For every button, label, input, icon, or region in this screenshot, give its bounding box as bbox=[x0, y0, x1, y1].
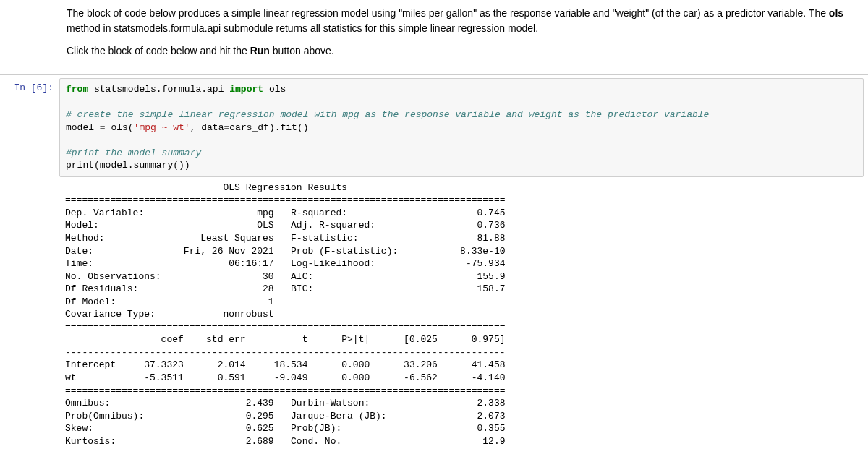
code-text: , data bbox=[190, 122, 224, 133]
text: button above. bbox=[270, 45, 334, 56]
bold-ols: ols bbox=[829, 7, 843, 19]
cell-divider bbox=[0, 74, 868, 75]
code-text: print(model.summary()) bbox=[66, 160, 190, 171]
code-string: 'mpg ~ wt' bbox=[134, 122, 190, 133]
text: Click the block of code below and hit th… bbox=[67, 45, 250, 56]
code-text: statsmodels.formula.api bbox=[88, 84, 229, 95]
output-text: OLS Regression Results =================… bbox=[59, 177, 864, 449]
code-text: ols bbox=[263, 84, 286, 95]
code-text: model bbox=[66, 122, 100, 133]
text: The block of code below produces a simpl… bbox=[67, 7, 829, 19]
text: method in statsmodels.formula.api submod… bbox=[67, 22, 538, 34]
code-comment: #print the model summary bbox=[66, 147, 201, 158]
code-comment: # create the simple linear regression mo… bbox=[66, 109, 709, 120]
code-text: cars_df).fit() bbox=[229, 122, 308, 133]
markdown-cell: The block of code below produces a simpl… bbox=[0, 0, 868, 74]
output-prompt bbox=[0, 177, 59, 449]
input-prompt: In [6]: bbox=[0, 78, 59, 177]
code-cell[interactable]: In [6]: from statsmodels.formula.api imp… bbox=[0, 78, 868, 177]
code-input-area[interactable]: from statsmodels.formula.api import ols … bbox=[59, 78, 864, 177]
markdown-paragraph-2: Click the block of code below and hit th… bbox=[67, 43, 859, 59]
code-text: ols( bbox=[106, 122, 134, 133]
keyword-import: import bbox=[229, 84, 263, 95]
keyword-from: from bbox=[66, 84, 88, 95]
operator: = bbox=[100, 122, 106, 133]
bold-run: Run bbox=[250, 45, 270, 56]
output-cell: OLS Regression Results =================… bbox=[0, 177, 868, 449]
markdown-paragraph-1: The block of code below produces a simpl… bbox=[67, 6, 859, 36]
